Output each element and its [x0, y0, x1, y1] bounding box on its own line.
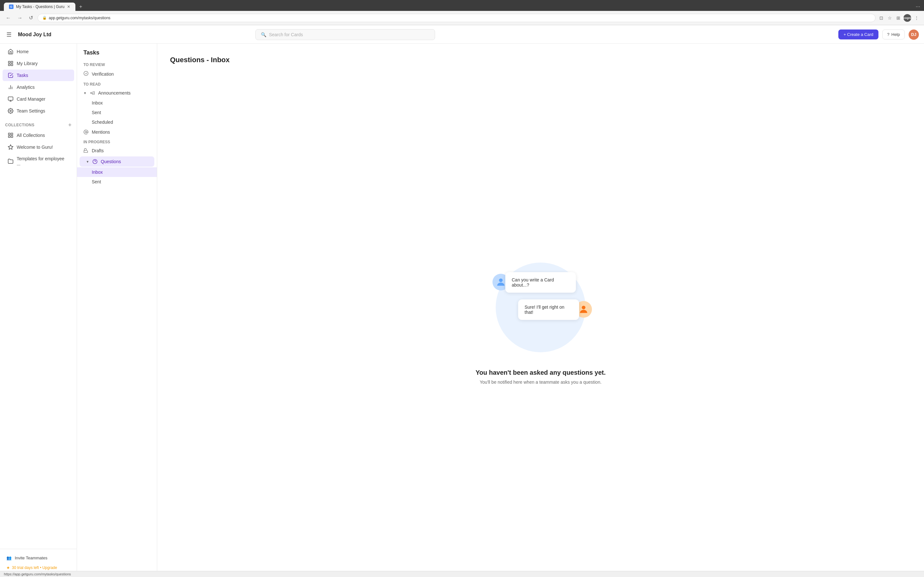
sidebar-item-my-library-label: My Library: [17, 61, 37, 66]
app-topbar: ☰ Mood Joy Ltd 🔍 Search for Cards + Crea…: [0, 26, 924, 44]
questions-item[interactable]: ▼ Questions: [79, 156, 154, 167]
sidebar-item-card-manager[interactable]: Card Manager: [3, 93, 74, 105]
svg-rect-12: [11, 133, 13, 135]
announcements-inbox-item[interactable]: Inbox: [77, 98, 157, 108]
sidebar-item-tasks[interactable]: Tasks: [3, 69, 74, 81]
chat-bubble-1: Can you write a Card about...?: [505, 272, 576, 293]
svg-rect-11: [8, 133, 10, 135]
create-card-button[interactable]: + Create a Card: [838, 29, 879, 39]
questions-label: Questions: [101, 159, 121, 164]
browser-actions: ⊡ ☆ ⊞ Incognito ⋮: [878, 14, 920, 22]
card-manager-icon: [8, 96, 13, 102]
sidebar-item-welcome[interactable]: Welcome to Guru!: [3, 141, 74, 153]
profile-button[interactable]: Incognito: [903, 14, 911, 22]
topbar-right: + Create a Card ? Help DJ: [838, 29, 919, 40]
questions-inbox-item[interactable]: Inbox: [77, 167, 157, 177]
library-icon: [8, 61, 13, 66]
svg-rect-0: [8, 61, 10, 63]
forward-button[interactable]: →: [15, 14, 24, 22]
questions-chevron: ▼: [86, 160, 89, 163]
avatar[interactable]: DJ: [909, 29, 919, 40]
svg-rect-1: [11, 61, 13, 63]
in-progress-section: In Progress: [77, 137, 157, 145]
sidebar-item-tasks-label: Tasks: [17, 73, 28, 78]
help-label: Help: [891, 32, 900, 37]
collections-label: Collections: [5, 123, 35, 127]
verification-icon: [83, 71, 89, 77]
mention-icon: [83, 129, 89, 135]
svg-point-20: [499, 278, 502, 282]
sidebar-item-card-manager-label: Card Manager: [17, 97, 45, 102]
address-bar[interactable]: 🔒 app.getguru.com/mytasks/questions: [37, 14, 876, 22]
to-review-section: To Review: [77, 60, 157, 68]
cast-button[interactable]: ⊡: [878, 14, 885, 22]
sidebar-item-all-collections[interactable]: All Collections: [3, 129, 74, 141]
invite-teammates-button[interactable]: 👥 Invite Teammates: [3, 553, 74, 563]
sidebar-item-analytics[interactable]: Analytics: [3, 81, 74, 93]
empty-state: Can you write a Card about...? Sure! I'l…: [170, 77, 911, 564]
svg-point-10: [10, 110, 11, 112]
sidebar-item-templates[interactable]: Templates for employee ...: [3, 153, 74, 169]
sidebar-item-templates-label: Templates for employee ...: [17, 156, 69, 166]
sidebar: Home My Library Tasks A: [0, 43, 77, 576]
tasks-panel-title: Tasks: [77, 43, 157, 60]
sidebar-item-team-settings[interactable]: Team Settings: [3, 105, 74, 117]
sidebar-item-home[interactable]: Home: [3, 46, 74, 57]
incognito-label: Incognito: [901, 16, 914, 19]
hamburger-menu-button[interactable]: ☰: [5, 30, 13, 39]
announcements-label: Announcements: [98, 90, 131, 95]
chat-bubble-2: Sure! I'll get right on that!: [518, 300, 579, 320]
chat-illustration: Can you write a Card about...? Sure! I'l…: [483, 256, 598, 359]
svg-point-16: [84, 71, 88, 75]
svg-rect-7: [8, 97, 13, 100]
sidebar-item-welcome-label: Welcome to Guru!: [17, 145, 53, 150]
settings-icon: [8, 108, 13, 114]
tab-close-button[interactable]: ✕: [67, 5, 70, 9]
new-tab-button[interactable]: +: [77, 3, 85, 11]
search-placeholder: Search for Cards: [269, 32, 303, 37]
more-tabs-button[interactable]: ⋯: [916, 4, 920, 9]
invite-label: Invite Teammates: [15, 556, 47, 560]
drafts-item[interactable]: Drafts: [77, 145, 157, 156]
refresh-button[interactable]: ↺: [27, 13, 35, 22]
active-tab[interactable]: G My Tasks - Questions | Guru ✕: [4, 3, 75, 11]
grid-icon: [8, 132, 13, 138]
questions-sent-item[interactable]: Sent: [77, 177, 157, 187]
drafts-label: Drafts: [92, 148, 103, 153]
app-main: Home My Library Tasks A: [0, 43, 924, 576]
to-read-section: To Read: [77, 79, 157, 88]
org-name: Mood Joy Ltd: [18, 32, 51, 37]
sidebar-item-team-settings-label: Team Settings: [17, 108, 45, 113]
announcements-scheduled-item[interactable]: Scheduled: [77, 117, 157, 127]
bookmark-button[interactable]: ☆: [887, 14, 893, 22]
help-button[interactable]: ? Help: [882, 29, 905, 39]
main-content: Questions - Inbox Can you write a Card a…: [157, 43, 924, 576]
address-text: app.getguru.com/mytasks/questions: [49, 16, 110, 20]
sidebar-item-my-library[interactable]: My Library: [3, 58, 74, 69]
announcements-chevron: ▼: [83, 91, 87, 95]
status-url: https://app.getguru.com/mytasks/question…: [4, 572, 71, 576]
announcements-scheduled-label: Scheduled: [92, 119, 113, 125]
add-collection-button[interactable]: +: [68, 122, 71, 128]
mentions-item[interactable]: Mentions: [77, 127, 157, 137]
svg-point-17: [85, 131, 87, 133]
tab-favicon: G: [9, 5, 13, 9]
announcements-item[interactable]: ▼ Announcements: [77, 88, 157, 98]
verification-item[interactable]: Verification: [77, 68, 157, 79]
lock-icon: 🔒: [42, 16, 47, 20]
back-button[interactable]: ←: [4, 14, 13, 22]
verification-label: Verification: [92, 71, 113, 77]
mentions-label: Mentions: [92, 129, 110, 135]
menu-button[interactable]: ⋮: [913, 14, 920, 22]
analytics-icon: [8, 84, 13, 90]
question-icon: [92, 159, 97, 164]
invite-icon: 👥: [6, 556, 11, 560]
browser-chrome: G My Tasks - Questions | Guru ✕ + ⋯: [0, 0, 924, 11]
search-bar[interactable]: 🔍 Search for Cards: [255, 29, 435, 40]
svg-marker-15: [8, 145, 13, 149]
announcements-sent-item[interactable]: Sent: [77, 108, 157, 117]
chat-bubble-2-text: Sure! I'll get right on that!: [525, 305, 564, 315]
svg-rect-14: [8, 136, 10, 137]
tasks-icon: [8, 73, 13, 78]
trial-label: 30 trial days left • Upgrade: [12, 566, 57, 570]
